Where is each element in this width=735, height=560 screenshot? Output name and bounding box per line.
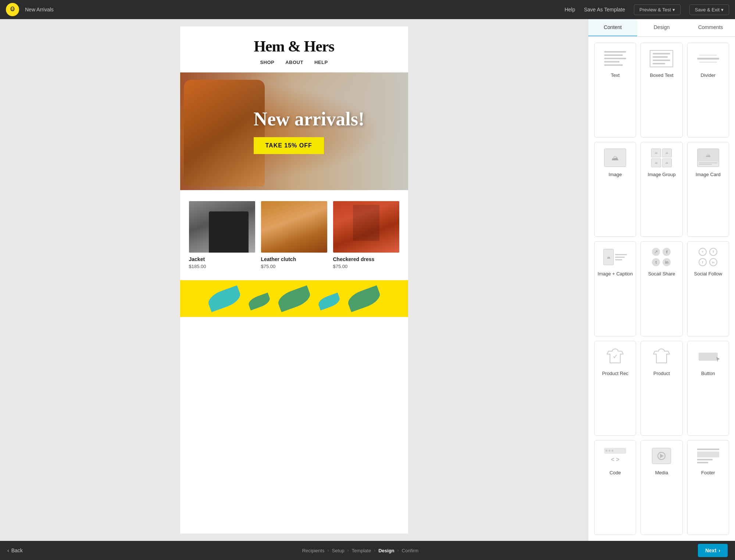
- svg-point-2: [11, 8, 12, 9]
- block-text[interactable]: Text: [594, 43, 636, 138]
- block-image[interactable]: ⛰ Image: [594, 142, 636, 237]
- tab-design[interactable]: Design: [637, 19, 686, 36]
- block-image-caption[interactable]: ⛰ Image + Caption: [594, 241, 636, 336]
- products-grid: Jacket $185.00 Leather clutch $75.00 Che…: [188, 201, 401, 269]
- block-social-share-label: Socail Share: [648, 271, 675, 277]
- email-preview: Hem & Hers SHOP ABOUT HELP New arrivals!…: [0, 19, 588, 541]
- block-product-rec[interactable]: Product Rec: [594, 341, 636, 436]
- footer-decoration: [208, 290, 381, 307]
- product-item: Leather clutch $75.00: [261, 201, 327, 269]
- footer-block-icon: [693, 445, 723, 467]
- leaf-decoration: [206, 285, 243, 312]
- product-item: Checkered dress $75.00: [333, 201, 399, 269]
- icon-line: [653, 53, 670, 54]
- hero-title: New arrivals!: [254, 108, 365, 129]
- product-jacket-price: $185.00: [189, 264, 255, 269]
- block-social-follow[interactable]: + f t in Social Follow: [687, 241, 729, 336]
- breadcrumb-sep: ›: [327, 548, 329, 553]
- play-triangle-icon: [660, 454, 664, 458]
- brand-title: Hem & Hers: [188, 38, 401, 55]
- plus-icon: +: [699, 248, 707, 256]
- block-button-label: Button: [701, 371, 715, 376]
- app-logo: [6, 3, 19, 16]
- img-thumb: ⛰: [651, 149, 661, 157]
- play-button-icon: [657, 452, 666, 460]
- icon-line: [699, 62, 717, 63]
- social-follow-block-icon: + f t in: [693, 246, 723, 268]
- help-link[interactable]: Help: [564, 7, 575, 13]
- tab-comments[interactable]: Comments: [686, 19, 735, 36]
- ic-line: [699, 164, 712, 165]
- caption-text: [615, 254, 627, 260]
- product-clutch-price: $75.00: [261, 264, 327, 269]
- nav-about[interactable]: ABOUT: [285, 60, 303, 65]
- icon-line: [604, 58, 626, 59]
- product-rec-icon: [606, 347, 625, 366]
- product-clutch-name: Leather clutch: [261, 256, 327, 262]
- hero-bag-decoration: [184, 80, 265, 186]
- ic-line: [699, 163, 717, 163]
- products-section: Jacket $185.00 Leather clutch $75.00 Che…: [180, 190, 408, 280]
- breadcrumb: Recipients › Setup › Template › Design ›…: [23, 548, 698, 553]
- panel-tabs: Content Design Comments: [588, 19, 735, 37]
- image-card-top: ⛰: [697, 149, 719, 161]
- block-text-label: Text: [611, 72, 620, 78]
- email-nav: SHOP ABOUT HELP: [188, 60, 401, 65]
- block-footer[interactable]: Footer: [687, 440, 729, 535]
- divider-block-icon: [693, 47, 723, 69]
- block-divider[interactable]: Divider: [687, 43, 729, 138]
- hero-banner: New arrivals! TAKE 15% OFF: [180, 72, 408, 190]
- caption-image: ⛰: [603, 249, 614, 265]
- icon-line: [604, 64, 623, 66]
- image-card-block-icon: ⛰: [693, 147, 723, 169]
- back-label: Back: [11, 547, 23, 553]
- block-image-caption-label: Image + Caption: [597, 271, 633, 277]
- block-footer-label: Footer: [701, 470, 715, 475]
- footer-icon-line: [697, 449, 719, 450]
- block-divider-label: Divider: [701, 72, 716, 78]
- icon-line: [653, 63, 665, 64]
- product-jacket-name: Jacket: [189, 256, 255, 262]
- preview-test-button[interactable]: Preview & Test: [634, 4, 681, 15]
- email-yellow-footer: [180, 280, 408, 317]
- back-button[interactable]: ‹ Back: [7, 547, 23, 553]
- block-code[interactable]: < > Code: [594, 440, 636, 535]
- right-panel: Content Design Comments Text: [588, 19, 735, 541]
- save-exit-button[interactable]: Save & Exit: [689, 4, 729, 15]
- hero-cta-button[interactable]: TAKE 15% OFF: [254, 137, 324, 154]
- next-button[interactable]: Next ›: [698, 544, 728, 557]
- block-button[interactable]: Button: [687, 341, 729, 436]
- nav-shop[interactable]: SHOP: [260, 60, 274, 65]
- email-body: Hem & Hers SHOP ABOUT HELP New arrivals!…: [180, 26, 408, 534]
- social-share-block-icon: ↗ f t in: [647, 246, 676, 268]
- block-media[interactable]: Media: [641, 440, 682, 535]
- linkedin-follow-icon: in: [709, 258, 717, 266]
- block-image-group-label: Image Group: [648, 172, 676, 177]
- img-thumb: ⛰: [651, 158, 661, 167]
- code-block-icon: < >: [600, 445, 630, 467]
- nav-help[interactable]: HELP: [314, 60, 328, 65]
- twitter-follow-icon: t: [699, 258, 707, 266]
- code-dot: [606, 450, 607, 452]
- block-product-label: Product: [653, 371, 670, 376]
- next-label: Next: [705, 547, 716, 553]
- block-media-label: Media: [655, 470, 668, 475]
- bottom-bar: ‹ Back Recipients › Setup › Template › D…: [0, 541, 735, 560]
- block-code-label: Code: [610, 470, 621, 475]
- product-jacket-image: [189, 201, 255, 253]
- block-image-group[interactable]: ⛰ ⛰ ⛰ ⛰ Image Group: [641, 142, 682, 237]
- back-arrow-icon: ‹: [7, 547, 9, 553]
- topbar-actions: Help Save As Template Preview & Test Sav…: [564, 4, 729, 15]
- tab-content[interactable]: Content: [588, 19, 637, 36]
- icon-line: [604, 54, 623, 56]
- button-block-icon: [693, 346, 723, 368]
- block-product[interactable]: Product: [641, 341, 682, 436]
- block-social-share[interactable]: ↗ f t in Socail Share: [641, 241, 682, 336]
- block-image-card[interactable]: ⛰ Image Card: [687, 142, 729, 237]
- email-header: Hem & Hers SHOP ABOUT HELP: [180, 26, 408, 72]
- block-boxed-text[interactable]: Boxed Text: [641, 43, 682, 138]
- block-social-follow-label: Social Follow: [694, 271, 722, 277]
- product-block-icon: [647, 346, 676, 368]
- save-template-link[interactable]: Save As Template: [584, 7, 625, 13]
- image-caption-block-icon: ⛰: [600, 246, 630, 268]
